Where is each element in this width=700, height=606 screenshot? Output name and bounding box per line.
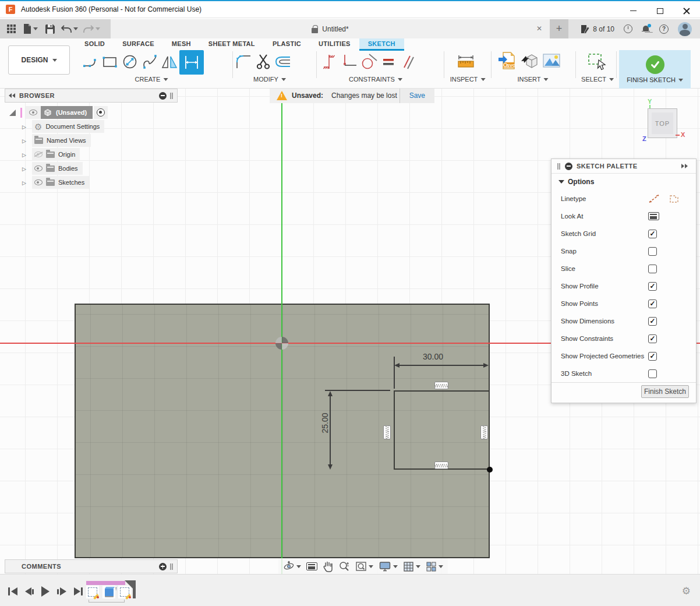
- origin-point[interactable]: [275, 337, 288, 350]
- tab-surface[interactable]: SURFACE: [114, 38, 163, 51]
- equal-constraint-tool[interactable]: [379, 50, 398, 73]
- undo-icon[interactable]: [61, 25, 78, 33]
- browser-panel-header[interactable]: BROWSER: [5, 89, 178, 103]
- comments-panel-header[interactable]: COMMENTS: [5, 559, 178, 573]
- measure-tool[interactable]: [456, 50, 476, 73]
- constraints-group-label[interactable]: CONSTRAINTS: [349, 76, 402, 83]
- tab-plastic[interactable]: PLASTIC: [264, 38, 310, 51]
- visibility-eye-icon[interactable]: [34, 165, 43, 171]
- minimize-button[interactable]: [620, 2, 646, 19]
- sketch-inner-rectangle[interactable]: [394, 390, 490, 470]
- collapse-left-icon[interactable]: [9, 93, 16, 98]
- modify-group-label[interactable]: MODIFY: [253, 76, 286, 83]
- inspect-group-label[interactable]: INSPECT: [450, 76, 486, 83]
- expand-icon[interactable]: [22, 123, 26, 130]
- show-projected-geometries-checkbox[interactable]: [648, 352, 657, 361]
- browser-row-named-views[interactable]: Named Views: [22, 133, 91, 147]
- mirror-tool[interactable]: [160, 50, 179, 73]
- timeline-feature-extrude[interactable]: [102, 586, 115, 598]
- expand-icon[interactable]: [22, 137, 26, 144]
- orbit-tool[interactable]: [283, 561, 301, 572]
- zoom-tool[interactable]: [338, 561, 350, 572]
- tab-solid[interactable]: SOLID: [76, 38, 114, 51]
- timeline-go-to-start-button[interactable]: [8, 587, 17, 596]
- expand-icon[interactable]: [22, 179, 26, 186]
- show-profile-checkbox[interactable]: [648, 282, 657, 291]
- projected-linetype-icon[interactable]: [668, 193, 680, 204]
- select-tool[interactable]: [586, 50, 609, 73]
- close-button[interactable]: [673, 2, 700, 19]
- show-dimensions-checkbox[interactable]: [648, 317, 657, 326]
- visibility-eye-icon[interactable]: [29, 110, 37, 115]
- fillet-tool[interactable]: [234, 50, 253, 73]
- title-bar[interactable]: Autodesk Fusion 360 (Personal - Not for …: [0, 0, 700, 18]
- timeline-step-back-button[interactable]: [25, 587, 34, 596]
- collapse-panel-icon[interactable]: [159, 92, 167, 100]
- browser-row-bodies[interactable]: Bodies: [22, 161, 83, 175]
- viewcube-face-label[interactable]: TOP: [655, 120, 670, 127]
- app-launcher-grid-icon[interactable]: [7, 24, 16, 33]
- browser-row-origin[interactable]: Origin: [22, 147, 80, 161]
- tab-mesh[interactable]: MESH: [163, 38, 200, 51]
- timeline-playhead[interactable]: [125, 580, 133, 589]
- workspace-switcher-design[interactable]: DESIGN: [8, 45, 70, 75]
- insert-group-label[interactable]: INSERT: [517, 76, 548, 83]
- redo-icon[interactable]: [83, 25, 100, 33]
- slice-checkbox[interactable]: [648, 265, 657, 273]
- insert-svg-tool[interactable]: SVG: [496, 49, 518, 72]
- add-comment-icon[interactable]: [159, 563, 167, 570]
- midpoint-constraint-tool[interactable]: [319, 50, 339, 73]
- show-constraints-checkbox[interactable]: [648, 334, 657, 343]
- spline-tool[interactable]: [140, 50, 160, 73]
- help-icon[interactable]: [659, 24, 669, 34]
- close-document-icon[interactable]: [535, 24, 544, 33]
- collinear-constraint-icon[interactable]: [480, 425, 488, 439]
- timeline-step-forward-button[interactable]: [57, 587, 66, 596]
- look-at-icon[interactable]: [648, 212, 659, 220]
- activate-component-radio[interactable]: [97, 108, 105, 117]
- grid-settings[interactable]: [403, 561, 420, 572]
- insert-canvas-tool[interactable]: [540, 49, 563, 72]
- construction-linetype-icon[interactable]: [648, 193, 660, 204]
- timeline-settings-gear-icon[interactable]: [682, 585, 691, 597]
- collinear-constraint-icon[interactable]: [383, 425, 391, 439]
- save-icon[interactable]: [45, 24, 55, 34]
- timeline-playhead-stem[interactable]: [133, 580, 136, 598]
- tab-utilities[interactable]: UTILITIES: [310, 38, 359, 51]
- offset-tool[interactable]: [273, 50, 293, 73]
- circle-tool[interactable]: [120, 50, 140, 73]
- timeline-feature-sketch1[interactable]: [86, 586, 99, 598]
- visibility-eye-icon[interactable]: [34, 179, 43, 185]
- fit-tool[interactable]: [355, 561, 373, 572]
- visibility-eye-off-icon[interactable]: [34, 152, 43, 157]
- 3d-sketch-checkbox[interactable]: [648, 369, 657, 378]
- expand-icon[interactable]: [22, 165, 26, 172]
- tab-sheet-metal[interactable]: SHEET METAL: [200, 38, 264, 51]
- viewcube[interactable]: TOP: [648, 108, 677, 138]
- create-group-label[interactable]: CREATE: [135, 76, 168, 83]
- file-menu-icon[interactable]: [23, 24, 38, 34]
- dim-width-value[interactable]: 30.00: [423, 352, 443, 361]
- drag-grip-icon[interactable]: [557, 163, 561, 170]
- show-points-checkbox[interactable]: [648, 300, 657, 308]
- tab-sketch[interactable]: SKETCH: [359, 38, 404, 51]
- sketch-point[interactable]: [487, 467, 493, 473]
- drag-grip-icon[interactable]: [170, 93, 174, 99]
- new-document-tab-button[interactable]: [550, 19, 568, 38]
- browser-row-sketches[interactable]: Sketches: [22, 175, 89, 189]
- browser-row-document-settings[interactable]: Document Settings: [22, 119, 104, 133]
- select-group-label[interactable]: SELECT: [581, 76, 614, 83]
- finish-sketch-ribbon-button[interactable]: FINISH SKETCH: [619, 50, 691, 89]
- display-settings[interactable]: [379, 561, 398, 572]
- drag-grip-icon[interactable]: [170, 563, 174, 570]
- insert-mesh-tool[interactable]: [518, 49, 540, 72]
- timeline-go-to-end-button[interactable]: [74, 587, 83, 596]
- sketch-grid-checkbox[interactable]: [648, 230, 657, 238]
- maximize-button[interactable]: [646, 2, 673, 19]
- job-status-clock-icon[interactable]: [624, 24, 632, 33]
- horizontal-vertical-constraint-tool[interactable]: [339, 50, 359, 73]
- user-avatar[interactable]: [678, 22, 692, 36]
- tangent-constraint-tool[interactable]: [359, 50, 379, 73]
- expand-root-icon[interactable]: [9, 110, 16, 116]
- document-count[interactable]: 8 of 10: [581, 24, 614, 34]
